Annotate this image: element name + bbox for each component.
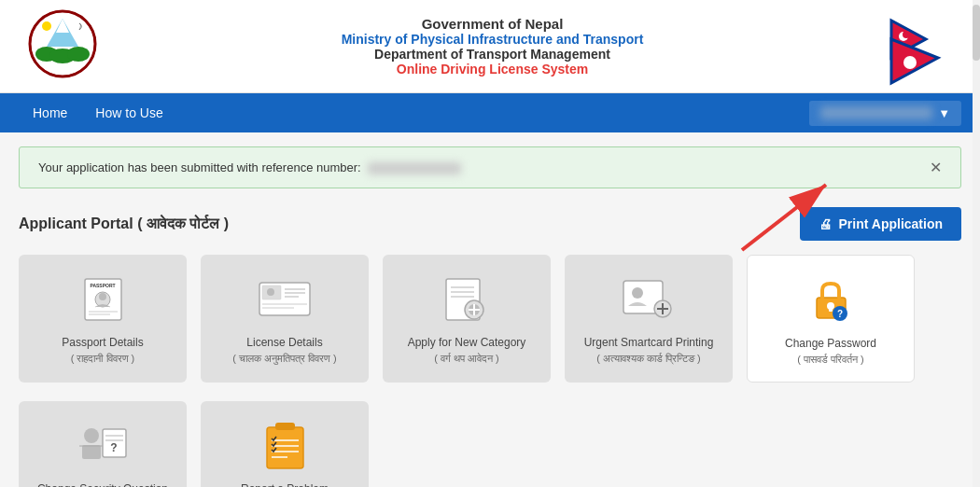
- card-urgent-smartcard[interactable]: Urgent Smartcard Printing ( अत्यावश्यक क…: [565, 255, 733, 383]
- card-passport-details[interactable]: PASSPORT Passport Details ( राहदानी विवर…: [19, 255, 187, 383]
- new-category-icon: [434, 273, 499, 325]
- reference-number-blurred: [368, 162, 461, 174]
- nepal-emblem: [28, 9, 98, 83]
- svg-rect-57: [267, 427, 303, 468]
- print-btn-label: Print Application: [839, 216, 943, 231]
- dept-title: Department of Transport Management: [98, 47, 887, 62]
- svg-point-19: [99, 293, 106, 300]
- svg-rect-45: [829, 306, 833, 312]
- portal-wrapper: PASSPORT Passport Details ( राहदानी विवर…: [0, 255, 980, 397]
- page-header: Government of Nepal Ministry of Physical…: [0, 0, 980, 93]
- success-alert: Your application has been submitted with…: [19, 146, 961, 188]
- navbar-right: ▼: [809, 101, 961, 126]
- scrollbar[interactable]: [973, 0, 980, 487]
- user-name-blurred: [820, 106, 932, 119]
- svg-point-11: [903, 31, 910, 38]
- alert-message: Your application has been submitted with…: [38, 160, 461, 174]
- user-dropdown[interactable]: ▼: [809, 101, 961, 126]
- navbar: Home How to Use ▼: [0, 93, 980, 132]
- svg-text:PASSPORT: PASSPORT: [90, 283, 115, 288]
- security-icon: ? ? ?: [70, 420, 135, 471]
- nepal-flag: [887, 16, 952, 77]
- license-details-label: License Details ( चालक अनुमतिपत्र विवरण …: [215, 334, 355, 367]
- svg-point-48: [84, 428, 99, 443]
- nav-home[interactable]: Home: [19, 93, 81, 132]
- svg-text:?: ?: [836, 309, 842, 319]
- new-category-label: Apply for New Category ( वर्ग थप आवेदन ): [397, 334, 537, 367]
- svg-point-39: [632, 287, 643, 299]
- report-problem-label: Report a Problem ( समस्या रिपोर्ट ): [215, 480, 355, 488]
- passport-details-label: Passport Details ( राहदानी विवरण ): [33, 334, 173, 367]
- card-license-details[interactable]: License Details ( चालक अनुमतिपत्र विवरण …: [201, 255, 369, 383]
- report-icon: [252, 420, 317, 471]
- card-change-password[interactable]: ? Change Password ( पासवर्ड परिवर्तन ): [747, 255, 915, 383]
- portal-title: Applicant Portal ( आवेदक पोर्टल ): [19, 216, 229, 232]
- card-report-problem[interactable]: Report a Problem ( समस्या रिपोर्ट ): [201, 401, 369, 488]
- card-new-category[interactable]: Apply for New Category ( वर्ग थप आवेदन ): [383, 255, 551, 383]
- passport-icon: PASSPORT: [70, 273, 135, 325]
- smartcard-icon: [616, 273, 681, 325]
- gov-title: Government of Nepal: [98, 16, 887, 32]
- dropdown-arrow-icon: ▼: [938, 106, 950, 120]
- svg-rect-49: [82, 445, 101, 459]
- change-password-label: Change Password ( पासवर्ड परिवर्तन ): [762, 335, 900, 368]
- system-title: Online Driving License System: [98, 62, 887, 77]
- card-change-security[interactable]: ? ? ? Change Security Question ( सुरक्षा…: [19, 401, 187, 488]
- svg-text:?: ?: [110, 441, 117, 454]
- svg-rect-58: [275, 423, 295, 430]
- ministry-title: Ministry of Physical Infrastructure and …: [98, 32, 887, 47]
- printer-icon: 🖨: [819, 216, 832, 231]
- change-security-label: Change Security Question ( सुरक्षा प्रश्…: [33, 480, 173, 488]
- alert-close-button[interactable]: ✕: [930, 159, 942, 176]
- cards-row-2: ? ? ? Change Security Question ( सुरक्षा…: [0, 401, 980, 488]
- cards-row-1: PASSPORT Passport Details ( राहदानी विवर…: [0, 255, 980, 397]
- svg-point-29: [267, 288, 274, 296]
- scrollbar-thumb[interactable]: [973, 5, 980, 61]
- license-icon: [252, 273, 317, 325]
- smartcard-label: Urgent Smartcard Printing ( अत्यावश्यक क…: [579, 334, 719, 367]
- nav-how-to-use[interactable]: How to Use: [81, 93, 176, 132]
- header-center: Government of Nepal Ministry of Physical…: [98, 16, 887, 77]
- portal-header: Applicant Portal ( आवेदक पोर्टल ) 🖨 Prin…: [0, 202, 980, 255]
- svg-point-6: [67, 47, 90, 62]
- print-application-button[interactable]: 🖨 Print Application: [800, 207, 961, 241]
- password-icon: ?: [798, 274, 863, 326]
- svg-point-3: [42, 21, 51, 31]
- svg-point-13: [906, 59, 914, 66]
